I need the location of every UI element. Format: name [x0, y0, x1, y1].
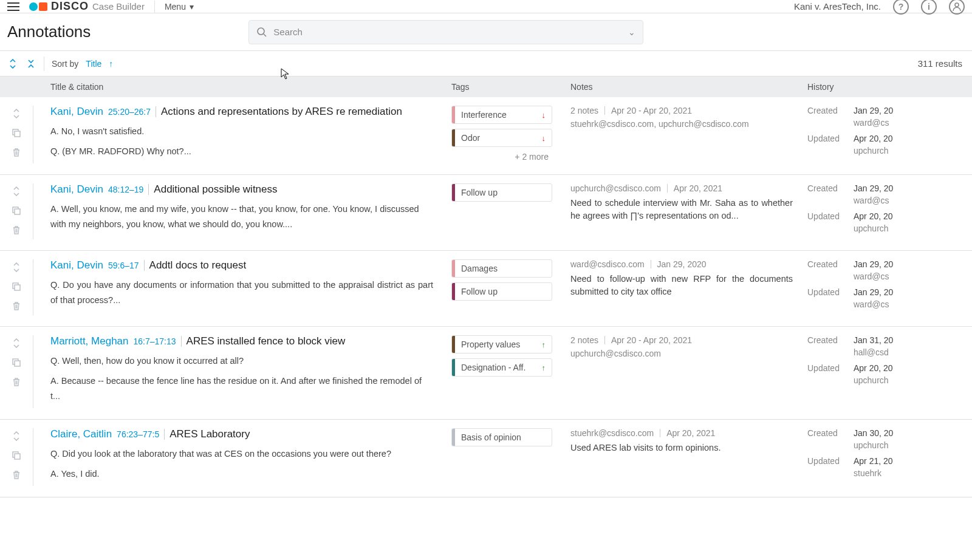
svg-line-2 [264, 34, 266, 36]
notes-meta-1: stuehrk@csdisco.com [570, 428, 654, 438]
excerpt-line: A. Well, you know, me and my wife, you k… [50, 202, 433, 231]
divider [156, 106, 156, 117]
copy-icon[interactable] [11, 128, 22, 138]
deponent-link[interactable]: Kani, Devin [50, 106, 103, 118]
expand-row-icon[interactable] [11, 431, 22, 442]
tag-chip[interactable]: Follow up [451, 183, 552, 202]
annotation-row: Kani, Devin 59:6–17 Addtl docs to reques… [0, 251, 972, 327]
history-updated-by: stuehrk [854, 468, 972, 478]
info-icon[interactable]: i [921, 0, 937, 15]
search-box[interactable]: ⌄ [248, 20, 643, 44]
history-updated-label: Updated [807, 456, 841, 466]
citation[interactable]: 25:20–26:7 [108, 107, 151, 117]
deponent-link[interactable]: Marriott, Meghan [50, 335, 129, 347]
copy-icon[interactable] [11, 450, 22, 461]
tag-label: Property values [455, 340, 542, 349]
expand-row-icon[interactable] [11, 338, 22, 349]
trash-icon[interactable] [11, 147, 22, 158]
collapse-all-icon[interactable] [26, 58, 36, 69]
notes-body: Need to schedule interview with Mr. Saha… [570, 197, 793, 222]
column-history: History [807, 82, 972, 92]
trash-icon[interactable] [11, 377, 22, 388]
logo: DISCO Case Builder [29, 0, 145, 13]
hamburger-icon[interactable] [7, 2, 19, 11]
copy-icon[interactable] [11, 357, 22, 368]
trash-icon[interactable] [11, 225, 22, 236]
annotation-row: Claire, Caitlin 76:23–77:5 ARES Laborato… [0, 420, 972, 497]
user-avatar-icon[interactable] [949, 0, 965, 15]
annotation-title: Actions and representations by ARES re r… [161, 106, 402, 118]
help-icon[interactable]: ? [893, 0, 909, 15]
tag-chip[interactable]: Follow up [451, 282, 552, 301]
deponent-link[interactable]: Kani, Devin [50, 183, 103, 196]
expand-row-icon[interactable] [11, 262, 22, 273]
tag-label: Odor [455, 133, 542, 143]
tag-label: Interference [455, 110, 542, 120]
excerpt-line: A. No, I wasn't satisfied. [50, 124, 433, 139]
sort-field[interactable]: Title [86, 59, 101, 69]
expand-row-icon[interactable] [11, 186, 22, 197]
annotation-row: Kani, Devin 48:12–19 Additional possible… [0, 175, 972, 251]
citation[interactable]: 59:6–17 [108, 261, 139, 270]
search-input[interactable] [273, 27, 622, 37]
excerpt-line: Q. Well, then, how do you know it occurr… [50, 353, 433, 369]
notes-meta-1: ward@csdisco.com [570, 259, 645, 269]
expand-all-icon[interactable] [7, 58, 18, 69]
trash-icon[interactable] [11, 301, 22, 312]
svg-point-0 [955, 3, 959, 7]
notes-meta-1: upchurch@csdisco.com [570, 183, 661, 193]
expand-row-icon[interactable] [11, 108, 22, 119]
rows-container: Kani, Devin 25:20–26:7 Actions and repre… [0, 97, 972, 497]
menu-button[interactable]: Menu ▾ [165, 2, 194, 12]
history-created-by: ward@cs [854, 196, 972, 205]
more-tags-link[interactable]: + 2 more [451, 152, 552, 162]
history-created-label: Created [807, 335, 841, 345]
history-updated-date: Apr 20, 20 [854, 363, 893, 373]
citation[interactable]: 48:12–19 [108, 185, 143, 194]
copy-icon[interactable] [11, 281, 22, 292]
tag-chip[interactable]: Interference↓ [451, 106, 552, 124]
deponent-link[interactable]: Claire, Caitlin [50, 428, 112, 440]
history-updated-date: Apr 20, 20 [854, 211, 893, 221]
tag-chip[interactable]: Odor↓ [451, 129, 552, 147]
notes-meta-2: Apr 20, 2021 [666, 428, 715, 438]
history-updated-label: Updated [807, 211, 841, 221]
deponent-link[interactable]: Kani, Devin [50, 259, 103, 271]
history-created-date: Jan 31, 20 [854, 335, 893, 345]
history-created-date: Jan 30, 20 [854, 428, 893, 438]
chevron-down-icon: ▾ [190, 2, 194, 12]
excerpt-line: Q. Do you have any documents or informat… [50, 278, 433, 307]
citation[interactable]: 76:23–77:5 [117, 429, 159, 439]
annotation-title: ARES installed fence to block view [187, 335, 346, 347]
history-updated-by: ward@cs [854, 299, 972, 309]
tag-label: Follow up [455, 188, 552, 197]
trash-icon[interactable] [11, 470, 22, 480]
history-created-by: hall@csd [854, 347, 972, 357]
history-updated-by: upchurch [854, 375, 972, 385]
column-header: Title & citation Tags Notes History [0, 77, 972, 97]
sort-direction-icon[interactable]: ↑ [109, 59, 113, 69]
tag-chip[interactable]: Basis of opinion [451, 428, 552, 446]
history-created-by: ward@cs [854, 271, 972, 281]
tag-chip[interactable]: Damages [451, 259, 552, 278]
arrow-down-icon: ↓ [542, 134, 552, 143]
history-updated-label: Updated [807, 134, 841, 143]
header-row: Annotations ⌄ [0, 13, 972, 51]
notes-body: Need to follow-up with new RFP for the d… [570, 273, 793, 298]
sort-row: Sort by Title ↑ 311 results [0, 51, 972, 77]
copy-icon[interactable] [11, 205, 22, 216]
tag-chip[interactable]: Designation - Aff.↑ [451, 358, 552, 377]
history-updated-label: Updated [807, 287, 841, 297]
chevron-down-icon[interactable]: ⌄ [628, 27, 635, 37]
annotation-title: Additional possible witness [154, 183, 277, 196]
tag-chip[interactable]: Property values↑ [451, 335, 552, 353]
tag-label: Damages [455, 264, 552, 273]
tag-label: Basis of opinion [455, 432, 552, 442]
annotation-row: Marriott, Meghan 16:7–17:13 ARES install… [0, 327, 972, 420]
logo-subtitle: Case Builder [92, 1, 145, 12]
arrow-down-icon: ↓ [542, 111, 552, 120]
excerpt-line: A. Because -- because the fence line has… [50, 374, 433, 403]
divider [44, 56, 44, 71]
annotation-title: Addtl docs to request [149, 259, 247, 271]
citation[interactable]: 16:7–17:13 [134, 336, 176, 346]
